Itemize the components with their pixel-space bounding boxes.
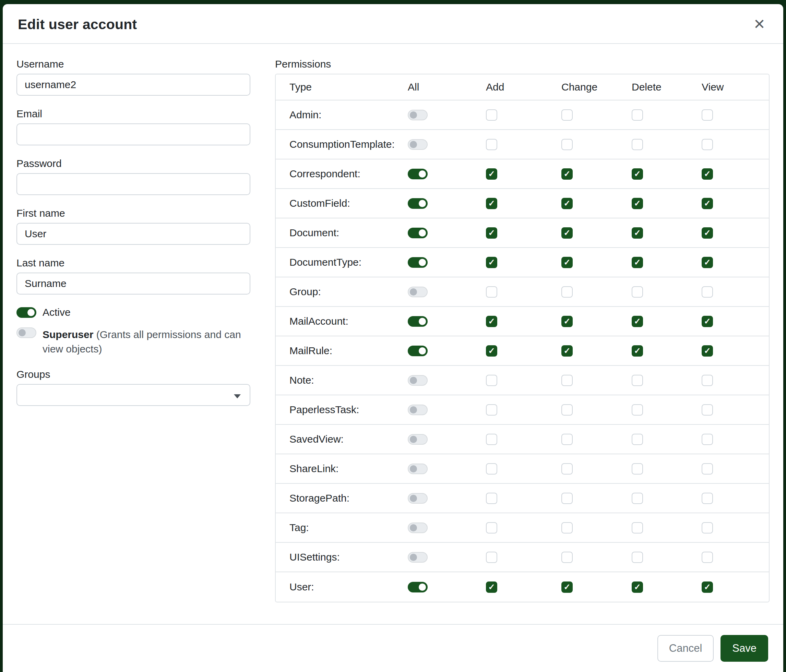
permission-delete-checkbox[interactable]: [632, 198, 643, 209]
permission-change-checkbox[interactable]: [561, 316, 573, 327]
permission-add-checkbox[interactable]: [486, 493, 497, 504]
permission-view-checkbox[interactable]: [702, 168, 713, 180]
permission-change-checkbox[interactable]: [561, 139, 573, 150]
permission-change-checkbox[interactable]: [561, 552, 573, 563]
permission-change-checkbox[interactable]: [561, 198, 573, 209]
permission-all-toggle[interactable]: [408, 434, 428, 445]
permission-change-checkbox[interactable]: [561, 168, 573, 180]
permission-delete-checkbox[interactable]: [632, 257, 643, 268]
permission-change-checkbox[interactable]: [561, 404, 573, 416]
permission-add-checkbox[interactable]: [486, 552, 497, 563]
email-input[interactable]: [16, 123, 250, 145]
permission-delete-checkbox[interactable]: [632, 552, 643, 563]
permission-change-checkbox[interactable]: [561, 227, 573, 239]
permission-add-checkbox[interactable]: [486, 404, 497, 416]
permission-view-checkbox[interactable]: [702, 227, 713, 239]
permission-change-checkbox[interactable]: [561, 345, 573, 356]
permission-change-checkbox[interactable]: [561, 522, 573, 534]
save-button[interactable]: Save: [720, 635, 768, 662]
permission-view-checkbox[interactable]: [702, 109, 713, 121]
username-input[interactable]: [16, 74, 250, 96]
permission-add-checkbox[interactable]: [486, 434, 497, 445]
permission-all-toggle[interactable]: [408, 523, 428, 533]
permission-delete-checkbox[interactable]: [632, 286, 643, 298]
permission-change-checkbox[interactable]: [561, 286, 573, 298]
permission-change-checkbox[interactable]: [561, 375, 573, 386]
permission-view-checkbox[interactable]: [702, 316, 713, 327]
permission-all-toggle[interactable]: [408, 139, 428, 150]
permission-add-checkbox[interactable]: [486, 286, 497, 298]
permission-view-checkbox[interactable]: [702, 493, 713, 504]
permission-view-checkbox[interactable]: [702, 139, 713, 150]
permission-delete-checkbox[interactable]: [632, 109, 643, 121]
permission-view-checkbox[interactable]: [702, 404, 713, 416]
cancel-button[interactable]: Cancel: [657, 635, 714, 662]
permission-all-toggle[interactable]: [408, 582, 428, 592]
close-icon[interactable]: ✕: [751, 16, 768, 33]
first-name-input[interactable]: [16, 223, 250, 245]
permission-view-checkbox[interactable]: [702, 257, 713, 268]
permission-delete-checkbox[interactable]: [632, 139, 643, 150]
permission-all-toggle[interactable]: [408, 405, 428, 415]
permission-add-checkbox[interactable]: [486, 257, 497, 268]
permission-all-toggle[interactable]: [408, 375, 428, 386]
active-toggle[interactable]: [16, 307, 36, 318]
permission-view-checkbox[interactable]: [702, 198, 713, 209]
password-input[interactable]: [16, 173, 250, 195]
permission-all-toggle[interactable]: [408, 228, 428, 238]
permission-add-checkbox[interactable]: [486, 375, 497, 386]
permission-add-checkbox[interactable]: [486, 316, 497, 327]
permission-delete-checkbox[interactable]: [632, 434, 643, 445]
permission-delete-checkbox[interactable]: [632, 168, 643, 180]
permission-delete-checkbox[interactable]: [632, 404, 643, 416]
permission-all-toggle[interactable]: [408, 493, 428, 504]
permission-delete-checkbox[interactable]: [632, 493, 643, 504]
permission-delete-checkbox[interactable]: [632, 463, 643, 474]
permission-add-checkbox[interactable]: [486, 139, 497, 150]
permission-all-toggle[interactable]: [408, 169, 428, 179]
permission-delete-checkbox[interactable]: [632, 522, 643, 534]
permission-change-checkbox[interactable]: [561, 109, 573, 121]
permission-delete-checkbox[interactable]: [632, 375, 643, 386]
toggle-knob: [410, 141, 417, 148]
permission-all-toggle[interactable]: [408, 552, 428, 563]
permission-add-checkbox[interactable]: [486, 463, 497, 474]
permission-all-toggle[interactable]: [408, 110, 428, 120]
permission-change-checkbox[interactable]: [561, 434, 573, 445]
permission-view-checkbox[interactable]: [702, 552, 713, 563]
permission-all-toggle[interactable]: [408, 316, 428, 327]
permission-view-checkbox[interactable]: [702, 375, 713, 386]
permission-change-checkbox[interactable]: [561, 581, 573, 593]
permission-add-checkbox[interactable]: [486, 227, 497, 239]
toggle-knob: [419, 170, 426, 177]
password-label: Password: [16, 157, 250, 170]
permission-add-checkbox[interactable]: [486, 168, 497, 180]
permission-all-toggle[interactable]: [408, 257, 428, 268]
permission-add-checkbox[interactable]: [486, 198, 497, 209]
permission-all-toggle[interactable]: [408, 198, 428, 209]
permission-view-checkbox[interactable]: [702, 434, 713, 445]
last-name-input[interactable]: [16, 273, 250, 295]
permission-view-checkbox[interactable]: [702, 522, 713, 534]
permission-all-toggle[interactable]: [408, 345, 428, 356]
permission-delete-checkbox[interactable]: [632, 316, 643, 327]
permission-all-toggle[interactable]: [408, 463, 428, 474]
permission-type-label: ShareLink:: [289, 463, 408, 474]
permission-add-checkbox[interactable]: [486, 581, 497, 593]
permission-add-checkbox[interactable]: [486, 522, 497, 534]
permission-view-checkbox[interactable]: [702, 345, 713, 356]
permission-delete-checkbox[interactable]: [632, 227, 643, 239]
permission-delete-checkbox[interactable]: [632, 581, 643, 593]
permission-add-checkbox[interactable]: [486, 109, 497, 121]
permission-change-checkbox[interactable]: [561, 257, 573, 268]
permission-add-checkbox[interactable]: [486, 345, 497, 356]
permission-change-checkbox[interactable]: [561, 463, 573, 474]
permission-view-checkbox[interactable]: [702, 581, 713, 593]
superuser-toggle[interactable]: [16, 327, 36, 338]
permission-all-toggle[interactable]: [408, 287, 428, 297]
permission-change-checkbox[interactable]: [561, 493, 573, 504]
groups-select[interactable]: [16, 384, 250, 406]
permission-view-checkbox[interactable]: [702, 463, 713, 474]
permission-view-checkbox[interactable]: [702, 286, 713, 298]
permission-delete-checkbox[interactable]: [632, 345, 643, 356]
